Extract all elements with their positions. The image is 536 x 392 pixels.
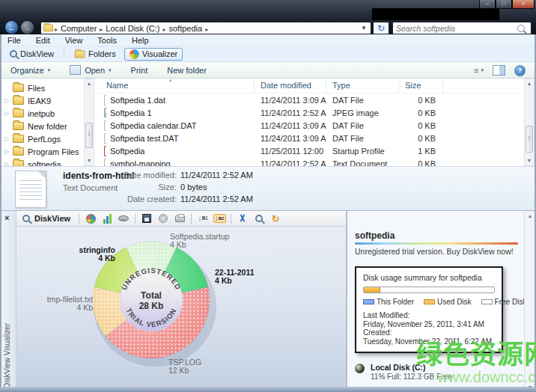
tree-item-label: softpedia [28,160,61,167]
file-row[interactable]: Softpedia 111/24/2011 2:52 AMJPEG image0… [94,106,524,119]
file-size: 0 KB [399,108,443,117]
close-button[interactable]: × [512,0,535,9]
report-icon[interactable] [156,212,171,225]
file-row[interactable]: Softpedia calendar.DAT11/24/2011 3:09 AM… [94,119,524,132]
list-scrollbar[interactable]: ▲ ▼ [524,79,535,166]
legend-swatch-icon [363,299,374,304]
command-organize[interactable]: Organize▾ [10,66,50,75]
breadcrumb-item-computer[interactable]: Computer [58,24,99,33]
legend-item-used-disk: Used Disk [424,298,472,306]
back-button[interactable]: ← [4,20,19,34]
legend-swatch-icon [424,299,435,304]
scrollbar-thumb[interactable] [85,123,93,148]
address-dropdown-icon[interactable]: ▼ [359,25,369,31]
tree-item-label: PerfLogs [28,135,61,144]
column-header-type[interactable]: Type [326,79,399,93]
help-button[interactable] [514,65,526,76]
diskview-side-strip: × DiskView Visualizer [0,211,16,392]
folder-icon [13,122,24,130]
segment-value: 4 Kb [215,277,255,285]
file-row[interactable]: Softpedia 1.dat11/24/2011 3:09 AMDAT Fil… [94,94,524,106]
search-box[interactable] [392,22,532,34]
command-new-folder[interactable]: New folder [167,66,207,75]
file-type: JPEG image [326,108,399,117]
toolbar-separator [191,213,192,224]
file-type: Startup Profile [326,147,399,156]
expander-icon[interactable]: ▷ [4,135,13,142]
file-row[interactable]: Softpedia test.DAT11/24/2011 3:09 AMDAT … [94,132,524,144]
scrollbar-thumb[interactable] [526,126,533,153]
save-icon[interactable] [139,212,154,225]
expander-icon[interactable]: ▷ [4,148,13,155]
breadcrumb-item-softpedia[interactable]: softpedia [166,24,204,33]
file-name: Softpedia calendar.DAT [106,121,255,130]
trial-notice[interactable]: Unregistered trial version. Buy DiskView… [355,247,524,256]
tree-item-softpedia[interactable]: ▷softpedia [0,158,84,166]
menu-tools[interactable]: Tools [97,36,117,45]
tree-item-new-folder[interactable]: New folder [0,120,84,132]
refresh-icon[interactable]: ↻ [268,212,283,225]
refresh-button[interactable]: ↻ [373,22,389,34]
chart-label-22-11-2011: 22-11-20114 Kb [215,269,255,285]
column-header-name[interactable]: Name [94,79,255,93]
column-header-date-modified[interactable]: Date modified [255,79,326,93]
tree-item-inetpub[interactable]: ▷inetpub [0,107,84,120]
views-button[interactable]: ≡▾ [474,66,484,75]
print-icon[interactable] [172,212,187,225]
tree-item-perflogs[interactable]: ▷PerfLogs [0,132,84,145]
column-header-size[interactable]: Size [399,79,443,93]
expander-icon[interactable]: ▷ [4,110,13,117]
menu-edit[interactable]: Edit [36,36,50,45]
toolbar-diskview-button[interactable]: DiskView [4,48,59,60]
sort-numeric-icon[interactable]: ↓91 [195,212,210,225]
folder-icon [13,97,24,105]
tools-icon[interactable] [235,212,250,225]
menu-view[interactable]: View [65,36,83,45]
file-row[interactable]: symbol-mapping11/24/2011 2:52 AMText Doc… [94,157,524,166]
scroll-up-icon[interactable]: ▲ [525,212,535,221]
chart-label-tmp-filelist-txt: tmp-filelist.txt4 Kb [39,295,93,312]
tree-item-program-files[interactable]: ▷Program Files [0,145,84,158]
segment-value: 12 Kb [168,367,201,375]
command-open[interactable]: Open▾ [70,65,111,75]
toolbar-visualizer-button[interactable]: Visualizer [124,48,183,61]
legend-swatch-icon [481,299,493,304]
scroll-down-icon[interactable]: ▼ [525,156,534,165]
file-browser: Files▷IEAK9▷inetpubNew folder▷PerfLogs▷P… [0,79,536,166]
last-modified-label: Last Modified: [363,311,495,320]
search-input[interactable] [393,24,517,33]
expander-icon[interactable]: ▷ [4,161,13,166]
toolbar-folders-button[interactable]: Folders [69,48,121,60]
menu-file[interactable]: File [7,36,21,45]
scroll-down-icon[interactable]: ▼ [85,156,94,165]
tree-item-files[interactable]: Files [0,82,84,94]
preview-pane-button[interactable] [493,65,505,76]
command-print[interactable]: Print [131,66,148,75]
file-name: Softpedia 1 [106,108,255,117]
diskview-icon[interactable] [252,212,267,225]
toolbar-button-label: Visualizer [142,49,178,58]
folder-icon [13,135,24,143]
file-size: 0 KB [399,121,443,130]
menu-help[interactable]: Help [132,36,149,45]
column-headers: NameDate modifiedTypeSize▴ [94,79,524,94]
bar-chart-icon[interactable] [100,212,115,225]
folder-icon [13,109,24,117]
address-bar[interactable]: ▸Computer▸Local Disk (C:)▸softpedia▸ ▼ [40,22,371,34]
command-label: Organize [10,66,44,75]
tree-item-ieak9[interactable]: ▷IEAK9 [0,94,84,107]
diskview-panel-title: DiskView [34,214,70,223]
scroll-up-icon[interactable]: ▲ [525,79,534,88]
scroll-up-icon[interactable]: ▲ [85,79,94,88]
sort-alpha-icon[interactable]: ↓az [212,212,227,225]
expander-icon[interactable]: ▷ [4,97,13,104]
pie-chart-icon[interactable] [83,212,98,225]
disk-icon[interactable] [116,212,131,225]
breadcrumb-item-local-disk-c-[interactable]: Local Disk (C:) [103,24,162,33]
tree-scrollbar[interactable]: ▲ ▼ [84,79,94,166]
panel-close-icon[interactable]: × [4,214,9,222]
forward-button[interactable]: → [20,20,34,34]
tree-item-label: inetpub [28,109,55,118]
folder-icon [13,84,24,92]
file-row[interactable]: Softpedia11/25/2011 12:00 ...Startup Pro… [94,144,524,157]
